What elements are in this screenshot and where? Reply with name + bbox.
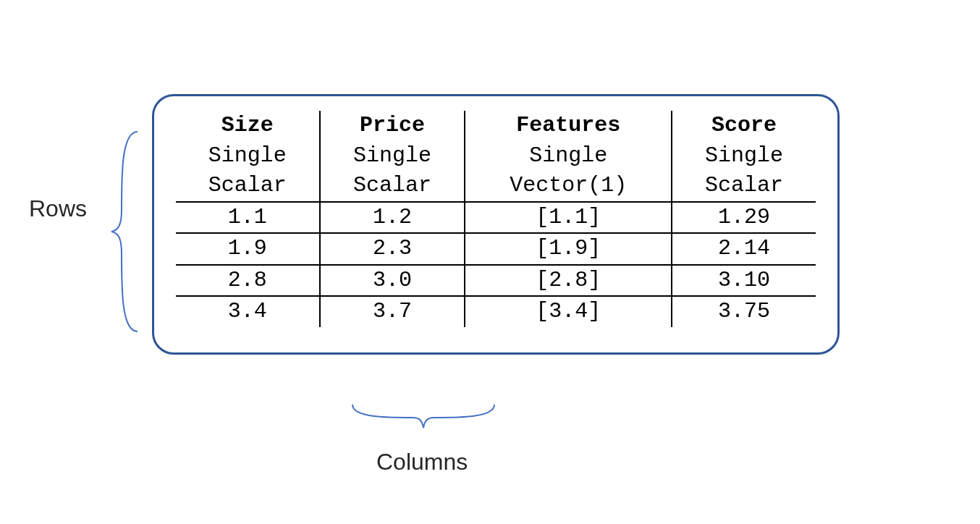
col-name: Score — [672, 111, 816, 141]
table-row: 2.8 3.0 [2.8] 3.10 — [176, 265, 816, 297]
header-row-name: Size Price Features Score — [176, 111, 816, 141]
diagram-stage: Rows Size Price Features Score Single Si… — [0, 0, 980, 524]
col-dtype: Scalar — [320, 171, 465, 202]
cell: 1.9 — [176, 233, 320, 265]
table-row: 1.9 2.3 [1.9] 2.14 — [176, 233, 816, 265]
col-dtype: Vector(1) — [465, 171, 672, 202]
col-name: Price — [320, 111, 465, 141]
table-body: Size Price Features Score Single Single … — [176, 111, 816, 327]
col-cardinality: Single — [672, 141, 816, 172]
cell: 3.75 — [672, 296, 816, 327]
cell: 2.8 — [176, 265, 320, 297]
data-table: Size Price Features Score Single Single … — [176, 111, 816, 327]
col-name: Features — [465, 111, 672, 141]
table-row: 1.1 1.2 [1.1] 1.29 — [176, 202, 816, 234]
table-row: 3.4 3.7 [3.4] 3.75 — [176, 296, 816, 327]
rows-axis-label: Rows — [29, 195, 87, 222]
cell: 3.10 — [672, 265, 816, 297]
col-cardinality: Single — [465, 141, 672, 172]
col-dtype: Scalar — [176, 171, 320, 202]
cell: 3.0 — [320, 265, 465, 297]
col-cardinality: Single — [320, 141, 465, 172]
cell: [2.8] — [465, 265, 672, 297]
table-container: Size Price Features Score Single Single … — [152, 94, 840, 355]
header-row-dtype: Scalar Scalar Vector(1) Scalar — [176, 171, 816, 202]
cell: [1.9] — [465, 233, 672, 265]
cell: 1.2 — [320, 202, 465, 234]
col-cardinality: Single — [176, 141, 320, 172]
cell: 2.3 — [320, 233, 465, 265]
columns-axis-label: Columns — [376, 449, 468, 476]
rows-brace-icon — [109, 130, 145, 333]
cell: 3.7 — [320, 296, 465, 327]
cell: 1.1 — [176, 202, 320, 234]
header-row-cardinality: Single Single Single Single — [176, 141, 816, 172]
cell: 2.14 — [672, 233, 816, 265]
cell: 1.29 — [672, 202, 816, 234]
col-dtype: Scalar — [672, 171, 816, 202]
cell: [1.1] — [465, 202, 672, 234]
col-name: Size — [176, 111, 320, 141]
cell: [3.4] — [465, 296, 672, 327]
cell: 3.4 — [176, 296, 320, 327]
columns-brace-icon — [351, 402, 496, 431]
